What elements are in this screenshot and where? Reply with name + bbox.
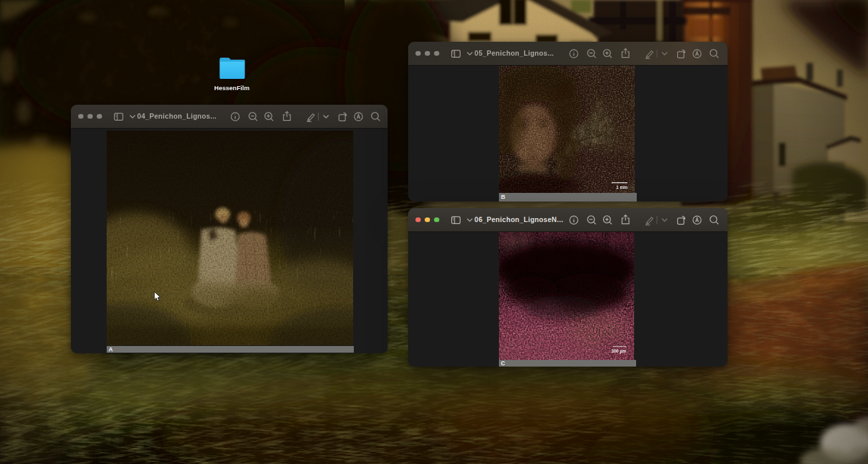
svg-text:1 mm: 1 mm <box>616 185 627 190</box>
svg-text:300 µm: 300 µm <box>612 349 626 354</box>
